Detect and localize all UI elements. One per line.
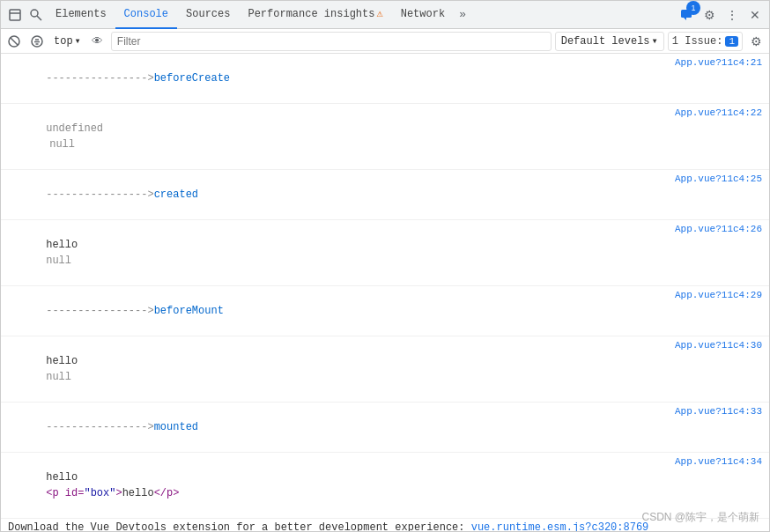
settings-button[interactable]: ⚙ <box>699 4 720 26</box>
row-content: ---------------->beforeMount <box>1 287 675 335</box>
svg-line-3 <box>37 16 41 20</box>
row-content: ---------------->beforeCreate <box>1 55 675 102</box>
chat-badge: 1 <box>686 1 700 15</box>
levels-dropdown[interactable]: Default levels ▾ <box>555 32 664 51</box>
watermark: CSDN @陈宇，是个萌新 <box>641 510 759 525</box>
more-options-button[interactable]: ⋮ <box>722 4 743 26</box>
row-content: undefined null <box>1 105 675 168</box>
console-output: ---------------->beforeCreate App.vue?11… <box>1 54 769 532</box>
tab-right-controls: 1 ⚙ ⋮ ✕ <box>676 4 766 26</box>
row-content: hello null <box>1 221 675 284</box>
context-selector[interactable]: top ▾ <box>50 32 85 51</box>
tab-console[interactable]: Console <box>115 1 177 29</box>
console-row: hello <p id="box">hello</p> App.vue?11c4… <box>1 453 769 519</box>
svg-rect-0 <box>10 10 20 20</box>
svg-marker-5 <box>684 18 686 20</box>
svg-point-2 <box>31 10 38 17</box>
row-content: hello null <box>1 337 675 401</box>
console-settings-button[interactable]: ⚙ <box>746 32 766 51</box>
console-row: ---------------->created App.vue?11c4:25 <box>1 170 769 220</box>
filter-toggle-button[interactable] <box>27 32 47 51</box>
row-source[interactable]: App.vue?11c4:30 <box>675 340 769 351</box>
close-button[interactable]: ✕ <box>744 4 766 26</box>
console-row: ---------------->beforeMount App.vue?11c… <box>1 286 769 336</box>
more-tabs-button[interactable]: » <box>454 1 471 29</box>
row-source[interactable]: App.vue?11c4:21 <box>675 57 769 68</box>
clear-console-button[interactable] <box>4 32 24 51</box>
row-source[interactable]: App.vue?11c4:22 <box>675 107 769 118</box>
vue-runtime-link[interactable]: vue.runtime.esm.js?c320:8769 <box>471 521 649 532</box>
tab-network[interactable]: Network <box>392 1 454 29</box>
row-content: ---------------->created <box>1 171 675 218</box>
row-source[interactable]: App.vue?11c4:26 <box>675 224 769 234</box>
row-source[interactable]: App.vue?11c4:29 <box>675 290 769 300</box>
row-content: hello <p id="box">hello</p> <box>1 454 675 517</box>
performance-warning-icon: ⚠ <box>376 7 382 20</box>
issues-badge[interactable]: 1 Issue: 1 <box>668 32 743 51</box>
console-row: hello null App.vue?11c4:26 <box>1 220 769 286</box>
console-row: ---------------->beforeCreate App.vue?11… <box>1 54 769 104</box>
console-row: hello null App.vue?11c4:30 <box>1 336 769 403</box>
eye-button[interactable]: 👁 <box>88 32 107 51</box>
dock-icon[interactable] <box>4 4 26 26</box>
row-content: ---------------->mounted <box>1 403 675 451</box>
tab-performance-insights[interactable]: Performance insights ⚠ <box>239 1 391 29</box>
console-toolbar: top ▾ 👁 Default levels ▾ 1 Issue: 1 ⚙ <box>1 29 769 54</box>
inspect-icon[interactable] <box>26 4 47 26</box>
chat-button[interactable]: 1 <box>676 4 697 26</box>
tab-sources[interactable]: Sources <box>177 1 239 29</box>
row-source[interactable]: App.vue?11c4:33 <box>675 406 769 417</box>
row-source[interactable]: App.vue?11c4:25 <box>675 174 769 184</box>
tab-elements[interactable]: Elements <box>47 1 115 29</box>
issues-count: 1 <box>725 36 738 47</box>
console-row: ---------------->mounted App.vue?11c4:33 <box>1 403 769 453</box>
filter-input[interactable] <box>111 32 552 51</box>
row-source[interactable]: App.vue?11c4:34 <box>675 456 769 467</box>
console-row: undefined null App.vue?11c4:22 <box>1 104 769 170</box>
svg-line-7 <box>11 38 18 45</box>
devtools-tab-bar: Elements Console Sources Performance ins… <box>1 1 769 29</box>
